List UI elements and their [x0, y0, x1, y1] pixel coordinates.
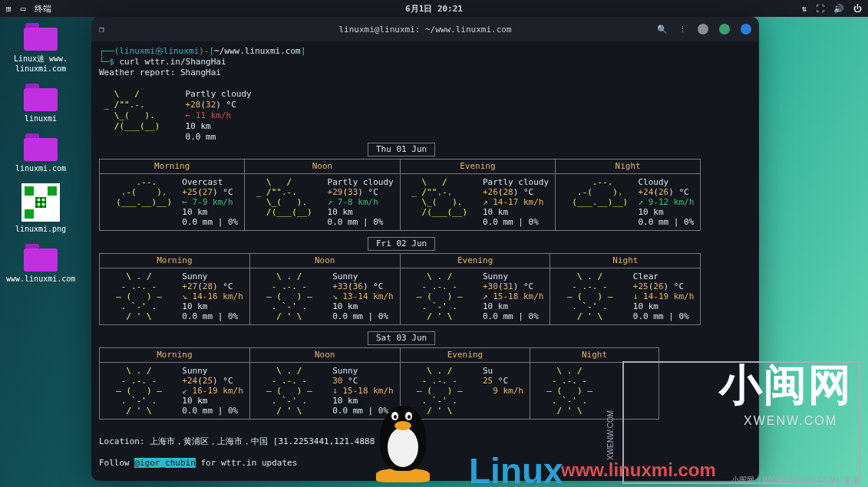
- forecast-cell: \ . / Sunny - .-. - +33(36) °C ‒ ( ) ‒ ↘…: [249, 268, 400, 325]
- watermark-bottom: 小闽网（WWW.XWENW.COM）专用: [731, 475, 859, 485]
- desktop-icon-label: Linux迷 www. linuxmi.com: [6, 54, 75, 73]
- active-app-label[interactable]: 终端: [35, 3, 51, 15]
- system-top-bar: ⊞ ▭ 终端 6月1日 20:21 ⇅ ⛶ 🔊 ⏻: [0, 0, 868, 17]
- folder-icon: [24, 23, 58, 51]
- forecast-cell: \ . / Sunny - .-. - +30(31) °C ‒ ( ) ‒ ↗…: [400, 268, 550, 325]
- period-header: Evening: [400, 348, 530, 363]
- folder-icon: [24, 133, 58, 161]
- forecast-cell: \ . / Sunny - .-. - +24(25) °C ‒ ( ) ‒ ↙…: [100, 363, 250, 420]
- day-label: Sat 03 Jun: [368, 331, 435, 345]
- volume-icon[interactable]: 🔊: [833, 4, 844, 14]
- forecast-cell: \ . / Clear - .-. - +25(26) °C ‒ ( ) ‒ ↓…: [550, 268, 701, 325]
- power-icon[interactable]: ⏻: [853, 4, 862, 14]
- new-tab-icon[interactable]: ❐: [99, 25, 104, 35]
- menu-icon[interactable]: ⋮: [678, 25, 687, 35]
- period-header: Morning: [100, 254, 250, 268]
- forecast-cell: \ / Partly cloudy _ /"".-. +29(33) °C \_…: [245, 174, 400, 231]
- forecast-cell: \ . / - .-. - ‒ ( ) ‒ . `-' . / ' \: [530, 363, 658, 420]
- maximize-button[interactable]: [719, 24, 730, 35]
- search-icon[interactable]: 🔍: [657, 25, 668, 35]
- period-header: Morning: [100, 160, 245, 174]
- period-header: Noon: [249, 348, 400, 363]
- forecast-table: MorningNoonEveningNight .--. Overcast .-…: [99, 159, 701, 231]
- screen-icon[interactable]: ⛶: [816, 4, 824, 14]
- close-button[interactable]: [741, 24, 751, 35]
- clock-label[interactable]: 6月1日 20:21: [405, 3, 463, 15]
- desktop-icon-4[interactable]: www.linuxmi.com: [6, 244, 75, 283]
- forecast-cell: .--. Overcast .-( ). +25(27) °C (___.__)…: [100, 174, 245, 231]
- qr-image-icon: [21, 183, 60, 222]
- network-icon[interactable]: ⇅: [801, 4, 807, 14]
- period-header: Noon: [249, 254, 400, 268]
- watermark-side: XWENW.COM: [606, 410, 615, 460]
- desktop-icon-3[interactable]: linuxmi.png: [6, 183, 75, 233]
- desktop-icon-label: www.linuxmi.com: [6, 275, 75, 283]
- forecast-table: MorningNoonEveningNight \ . / Sunny - .-…: [99, 253, 701, 325]
- period-header: Evening: [400, 254, 550, 268]
- minimize-button[interactable]: [698, 24, 708, 35]
- period-header: Evening: [400, 160, 555, 174]
- forecast-cell: .--. Cloudy .-( ). +24(26) °C (___.__)__…: [556, 174, 701, 231]
- day-label: Thu 01 Jun: [368, 143, 435, 156]
- period-header: Night: [550, 254, 701, 268]
- period-header: Night: [556, 160, 701, 174]
- desktop-icon-label: linuxmi.png: [6, 225, 75, 233]
- folder-icon: [24, 244, 58, 271]
- desktop-icons: Linux迷 www. linuxmi.comlinuxmilinuxmi.co…: [6, 23, 75, 294]
- window-title: linuxmi@linuxmi: ~/www.linuxmi.com: [338, 25, 511, 35]
- author-handle: @igor_chubin: [134, 458, 195, 468]
- forecast-cell: \ / Partly cloudy _ /"".-. +26(28) °C \_…: [400, 174, 555, 231]
- window-list-icon[interactable]: ▭: [21, 4, 26, 14]
- desktop-icon-2[interactable]: linuxmi.com: [6, 133, 75, 173]
- desktop-icon-label: linuxmi: [6, 114, 75, 123]
- activities-icon[interactable]: ⊞: [6, 4, 12, 14]
- folder-icon: [24, 84, 58, 111]
- period-header: Noon: [245, 160, 400, 174]
- terminal-titlebar[interactable]: ❐ linuxmi@linuxmi: ~/www.linuxmi.com 🔍 ⋮: [91, 17, 759, 41]
- day-label: Fri 02 Jun: [368, 237, 435, 251]
- desktop-icon-0[interactable]: Linux迷 www. linuxmi.com: [6, 23, 75, 73]
- tux-logo: [368, 398, 437, 482]
- period-header: Morning: [100, 348, 250, 363]
- desktop-icon-label: linuxmi.com: [6, 164, 75, 173]
- desktop-icon-1[interactable]: linuxmi: [6, 84, 75, 123]
- period-header: Night: [530, 348, 658, 363]
- forecast-cell: \ . / Sunny - .-. - +27(28) °C ‒ ( ) ‒ ↘…: [100, 268, 250, 325]
